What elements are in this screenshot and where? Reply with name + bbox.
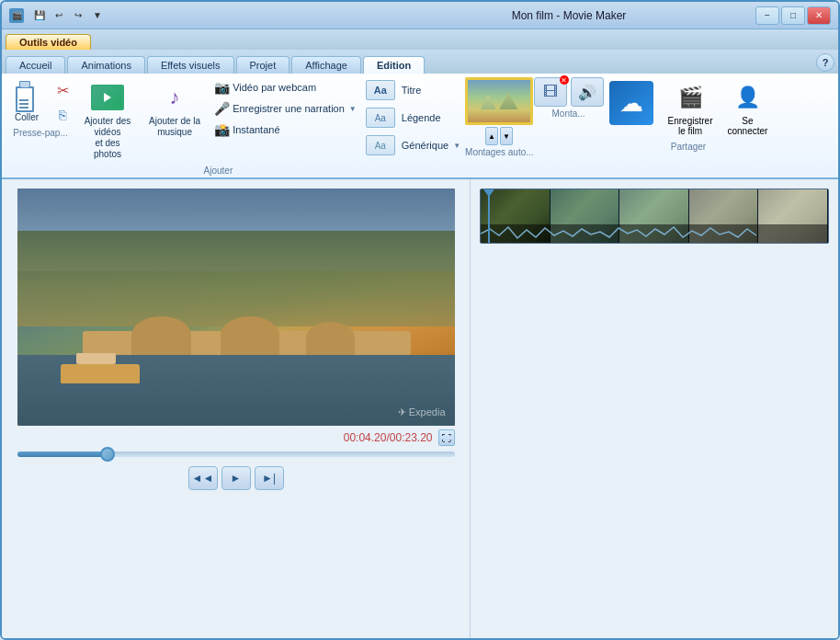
scene-treeline	[17, 231, 455, 326]
montage-down-button[interactable]: ▼	[500, 127, 513, 145]
timecode-bar: 00:04.20/00:23.20 ⛶	[17, 429, 455, 446]
coller-button[interactable]: Coller	[6, 77, 48, 126]
ajouter-musique-button[interactable]: ♪ Ajouter de lamusique	[143, 77, 206, 142]
title-bar-left: 🎬 💾 ↩ ↪ ▼	[9, 7, 382, 24]
coller-label: Coller	[15, 112, 39, 122]
video-scene: ✈ Expedia	[17, 189, 455, 426]
ajouter-videos-button[interactable]: Ajouter des vidéoset des photos	[75, 77, 140, 164]
tab-affichage[interactable]: Affichage	[291, 56, 361, 74]
video-preview[interactable]: ✈ Expedia	[17, 189, 455, 426]
ajouter-musique-label: Ajouter de lamusique	[149, 116, 200, 138]
generique-button[interactable]: Aa Générique ▼	[361, 132, 465, 158]
timecode-text: 00:04.20/00:23.20	[344, 431, 433, 444]
webcam-icon: 📷	[214, 80, 230, 95]
group-ajouter: Ajouter des vidéoset des photos ♪ Ajoute…	[75, 77, 361, 177]
seconnecter-icon: 👤	[735, 86, 760, 109]
next-frame-icon: ►|	[262, 472, 276, 485]
tab-animations[interactable]: Animations	[67, 56, 144, 74]
seconnecter-area: 👤 Seconnecter	[721, 77, 773, 140]
group-presse-papier: Coller ✂ ⎘ Presse-pap...	[6, 77, 75, 140]
copier-button[interactable]: ⎘	[50, 104, 75, 126]
prev-frame-button[interactable]: ◄◄	[188, 466, 218, 490]
prev-frame-icon: ◄◄	[192, 472, 214, 485]
titre-label: Titre	[402, 85, 422, 96]
app-icon: 🎬	[9, 8, 24, 23]
tab-effets-visuels[interactable]: Effets visuels	[147, 56, 234, 74]
scissors-icon: ✂	[53, 81, 72, 99]
ajouter-label: Ajouter	[75, 164, 361, 176]
film-button[interactable]: 🎞 ✕	[534, 77, 567, 107]
montage-up-button[interactable]: ▲	[485, 127, 498, 145]
legende-button[interactable]: Aa Légende	[361, 105, 465, 131]
play-button[interactable]: ►	[221, 466, 251, 490]
qa-menu[interactable]: ▼	[89, 7, 106, 24]
webcam-label: Vidéo par webcam	[233, 82, 316, 93]
red-x-badge: ✕	[560, 75, 569, 85]
narration-button[interactable]: 🎤 Enregistrer une narration ▼	[210, 98, 361, 119]
tab-projet[interactable]: Projet	[236, 56, 290, 74]
skydrive-icon-box: ☁	[609, 81, 653, 125]
tab-accueil[interactable]: Accueil	[6, 56, 65, 74]
outils-video-tab[interactable]: Outils vidéo	[6, 34, 91, 50]
montage-preview[interactable]	[465, 77, 533, 125]
volume-button[interactable]: 🔊	[571, 77, 604, 107]
waveform-svg	[481, 224, 828, 243]
scene-bridge	[83, 331, 411, 355]
instantane-button[interactable]: 📸 Instantané	[210, 120, 361, 140]
play-icon: ►	[231, 472, 242, 485]
next-frame-button[interactable]: ►|	[255, 466, 284, 490]
copy-icon: ⎘	[53, 106, 72, 124]
camera-icon: 📸	[214, 122, 230, 137]
enregistrer-button[interactable]: 🎬 Enregistrerle film	[663, 77, 719, 140]
legende-icon: Aa	[366, 108, 395, 128]
generique-dropdown-arrow: ▼	[453, 142, 460, 150]
monta-buttons: 🎞 ✕ 🔊	[534, 77, 604, 107]
group-montages-auto: ▲ ▼ Montages auto...	[465, 77, 534, 159]
monta-label: Monta...	[534, 107, 604, 119]
qa-undo[interactable]: ↩	[51, 7, 67, 24]
montage-preview-area: ▲ ▼	[465, 77, 533, 145]
watermark: ✈ Expedia	[398, 406, 446, 418]
enregistrer-icon-box: 🎬	[674, 81, 707, 114]
help-button[interactable]: ?	[816, 53, 834, 72]
montage-controls: ▲ ▼	[485, 127, 513, 145]
partager-label: Partager	[604, 140, 774, 152]
titre-button[interactable]: Aa Titre	[361, 77, 465, 103]
scene-boat	[61, 364, 140, 383]
ajouter-videos-label: Ajouter des vidéoset des photos	[81, 116, 134, 160]
timeline-panel	[471, 179, 838, 640]
progress-thumb[interactable]	[100, 447, 115, 462]
playback-controls: ◄◄ ► ►|	[188, 466, 284, 490]
group-texte: Aa Titre Aa Légende Aa Générique ▼	[361, 77, 465, 160]
video-panel: ✈ Expedia 00:04.20/00:23.20 ⛶ ◄◄ ► ►|	[2, 179, 471, 640]
coller-icon	[12, 81, 41, 110]
seconnecter-button[interactable]: 👤 Seconnecter	[721, 77, 773, 140]
ribbon-content: Coller ✂ ⎘ Presse-pap...	[2, 74, 838, 177]
seconnecter-label: Seconnecter	[727, 116, 767, 136]
presse-papier-label: Presse-pap...	[6, 126, 75, 138]
ribbon-tabs: Accueil Animations Effets visuels Projet…	[2, 50, 838, 74]
maximize-button[interactable]: □	[781, 6, 805, 25]
playhead[interactable]	[488, 189, 490, 243]
minimize-button[interactable]: −	[755, 6, 779, 25]
video-icon	[91, 81, 124, 114]
instantane-label: Instantané	[233, 124, 279, 135]
skydrive-button[interactable]: ☁	[604, 77, 659, 129]
couper-button[interactable]: ✂	[50, 79, 75, 101]
partager-buttons: ☁ 🎬 Enregistrerle film	[604, 77, 774, 140]
webcam-button[interactable]: 📷 Vidéo par webcam	[210, 77, 361, 97]
tab-edition[interactable]: Edition	[363, 56, 425, 74]
group-partager: ☁ 🎬 Enregistrerle film	[604, 77, 774, 154]
title-bar: 🎬 💾 ↩ ↪ ▼ Mon film - Movie Maker − □ ✕	[2, 2, 838, 29]
montage-preview-image	[468, 80, 530, 122]
ribbon: Accueil Animations Effets visuels Projet…	[2, 50, 838, 179]
qa-redo[interactable]: ↪	[70, 7, 86, 24]
timeline-strip[interactable]	[480, 189, 829, 244]
expand-button[interactable]: ⛶	[438, 429, 455, 446]
qa-save[interactable]: 💾	[31, 7, 48, 24]
film-icon: 🎞	[543, 84, 558, 100]
close-button[interactable]: ✕	[807, 6, 831, 25]
enregistrer-label: Enregistrerle film	[668, 116, 713, 136]
progress-track[interactable]	[17, 451, 455, 457]
main-content: ✈ Expedia 00:04.20/00:23.20 ⛶ ◄◄ ► ►|	[2, 179, 838, 640]
